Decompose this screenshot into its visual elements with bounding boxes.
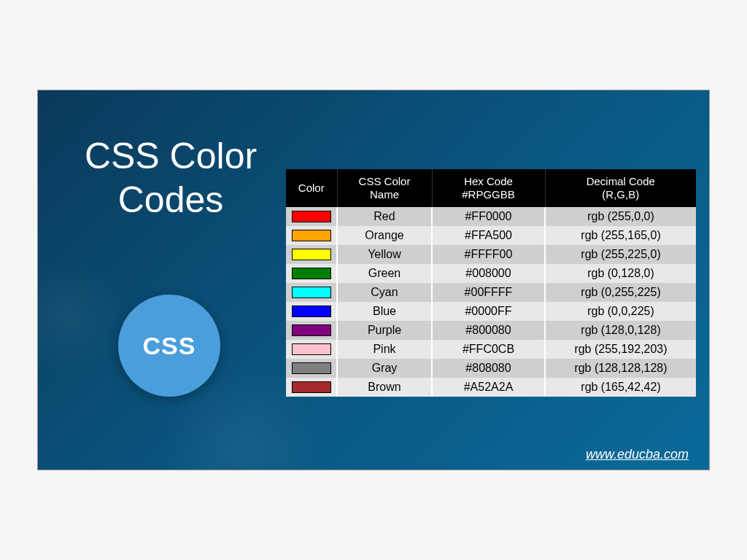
color-table-container: Color CSS ColorName Hex Code#RPGGBB Deci…	[286, 169, 696, 397]
slide-container: CSS Color Codes CSS Color CSS ColorName …	[38, 90, 709, 470]
swatch-cell	[286, 302, 337, 321]
hex-code: #FFFF00	[432, 245, 545, 264]
col-color: Color	[286, 169, 337, 207]
table-row: Orange#FFA500rgb (255,165,0)	[286, 226, 696, 245]
footer-link[interactable]: www.educba.com	[586, 447, 689, 462]
rgb-code: rgb (255,165,0)	[545, 226, 696, 245]
hex-code: #FFC0CB	[432, 340, 545, 359]
color-swatch	[292, 249, 331, 260]
table-row: Purple#800080rgb (128,0,128)	[286, 321, 696, 340]
color-name: Pink	[337, 340, 432, 359]
color-name: Yellow	[337, 245, 432, 264]
color-name: Green	[337, 264, 432, 283]
swatch-cell	[286, 283, 337, 302]
swatch-cell	[286, 226, 337, 245]
color-swatch	[292, 324, 331, 336]
col-css-name: CSS ColorName	[337, 169, 432, 207]
swatch-cell	[286, 340, 337, 359]
rgb-code: rgb (128,128,128)	[545, 359, 696, 378]
color-swatch	[292, 343, 331, 355]
title-line-1: CSS Color	[69, 134, 273, 178]
table-row: Pink#FFC0CBrgb (255,192,203)	[286, 340, 696, 359]
color-name: Red	[337, 207, 432, 226]
color-swatch	[292, 287, 331, 298]
decorative-circle	[38, 258, 125, 375]
color-name: Cyan	[337, 283, 432, 302]
color-swatch	[292, 268, 331, 279]
rgb-code: rgb (255,192,203)	[545, 340, 696, 359]
table-row: Yellow#FFFF00rgb (255,225,0)	[286, 245, 696, 264]
table-row: Blue#0000FFrgb (0,0,225)	[286, 302, 696, 321]
col-hex: Hex Code#RPGGBB	[432, 169, 545, 207]
swatch-cell	[286, 378, 337, 397]
hex-code: #FF0000	[432, 207, 545, 226]
css-badge: CSS	[118, 295, 220, 397]
swatch-cell	[286, 245, 337, 264]
table-row: Red#FF0000rgb (255,0,0)	[286, 207, 696, 226]
rgb-code: rgb (255,225,0)	[545, 245, 696, 264]
color-codes-table: Color CSS ColorName Hex Code#RPGGBB Deci…	[286, 169, 696, 397]
table-header-row: Color CSS ColorName Hex Code#RPGGBB Deci…	[286, 169, 696, 207]
color-name: Purple	[337, 321, 432, 340]
color-name: Orange	[337, 226, 432, 245]
table-row: Gray#808080rgb (128,128,128)	[286, 359, 696, 378]
hex-code: #00FFFF	[432, 283, 545, 302]
rgb-code: rgb (165,42,42)	[545, 378, 696, 397]
color-swatch	[292, 211, 331, 222]
hex-code: #800080	[432, 321, 545, 340]
swatch-cell	[286, 207, 337, 226]
color-name: Brown	[337, 378, 432, 397]
title-line-2: Codes	[69, 178, 273, 222]
table-row: Cyan#00FFFFrgb (0,255,225)	[286, 283, 696, 302]
rgb-code: rgb (128,0,128)	[545, 321, 696, 340]
table-row: Brown#A52A2Argb (165,42,42)	[286, 378, 696, 397]
color-name: Gray	[337, 359, 432, 378]
color-swatch	[292, 306, 331, 317]
color-swatch	[292, 230, 331, 241]
hex-code: #FFA500	[432, 226, 545, 245]
page-title: CSS Color Codes	[69, 134, 273, 222]
rgb-code: rgb (255,0,0)	[545, 207, 696, 226]
swatch-cell	[286, 321, 337, 340]
rgb-code: rgb (0,128,0)	[545, 264, 696, 283]
hex-code: #008000	[432, 264, 545, 283]
color-name: Blue	[337, 302, 432, 321]
color-swatch	[292, 362, 331, 374]
hex-code: #808080	[432, 359, 545, 378]
hex-code: #A52A2A	[432, 378, 545, 397]
swatch-cell	[286, 264, 337, 283]
table-row: Green#008000rgb (0,128,0)	[286, 264, 696, 283]
color-swatch	[292, 381, 331, 393]
hex-code: #0000FF	[432, 302, 545, 321]
swatch-cell	[286, 359, 337, 378]
col-rgb: Decimal Code(R,G,B)	[545, 169, 696, 207]
rgb-code: rgb (0,0,225)	[545, 302, 696, 321]
css-badge-text: CSS	[143, 332, 196, 360]
rgb-code: rgb (0,255,225)	[545, 283, 696, 302]
